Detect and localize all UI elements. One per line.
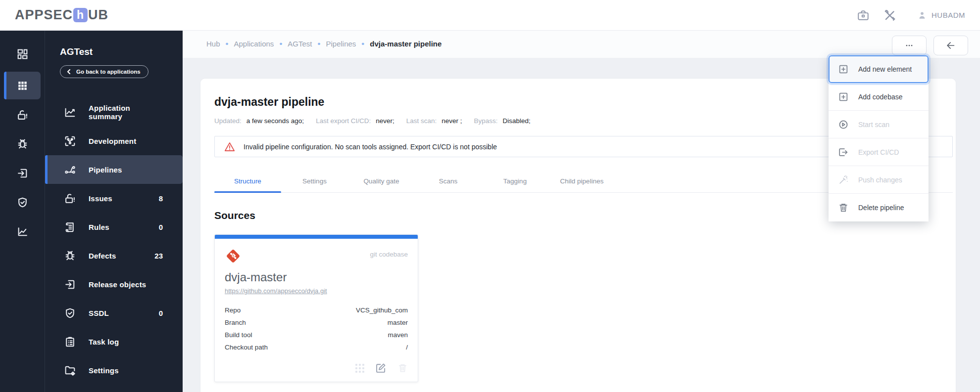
drag-handle-icon[interactable] — [355, 364, 364, 373]
codebase-type-label: git codebase — [370, 251, 408, 258]
meta-value: a few seconds ago; — [246, 117, 304, 125]
briefcase-icon[interactable] — [857, 9, 870, 22]
sidebar-item-rules[interactable]: Rules 0 — [45, 213, 183, 241]
menu-item-start-scan[interactable]: Start scan — [829, 111, 929, 138]
breadcrumb-dot-icon: • — [226, 40, 229, 48]
ellipsis-icon — [904, 40, 915, 51]
sidebar-item-label: Settings — [89, 366, 163, 375]
tab-settings[interactable]: Settings — [281, 171, 348, 192]
back-button[interactable] — [933, 36, 968, 55]
detail-label: Repo — [225, 304, 241, 316]
chart-icon — [16, 225, 29, 238]
bug-icon — [16, 138, 29, 150]
sidebar-item-label: Issues — [89, 194, 159, 203]
dashboard-icon — [16, 48, 29, 60]
breadcrumb-applications[interactable]: Applications — [234, 40, 274, 48]
rail-defects[interactable] — [4, 132, 41, 155]
menu-item-label: Export CI/CD — [858, 148, 899, 156]
go-back-to-applications-button[interactable]: Go back to applications — [60, 65, 148, 78]
page-actions — [892, 36, 968, 55]
sidebar-item-task-log[interactable]: Task log — [45, 327, 183, 356]
sidebar-item-label: SSDL — [89, 309, 159, 317]
menu-item-export-cicd[interactable]: Export CI/CD — [829, 138, 929, 166]
development-icon — [64, 135, 76, 147]
sidebar-item-settings[interactable]: Settings — [45, 356, 183, 385]
sidebar-item-count: 0 — [159, 223, 163, 231]
pipeline-actions-menu: Add new element Add codebase Start scan … — [829, 55, 929, 221]
sidebar-item-development[interactable]: Development — [45, 127, 183, 155]
menu-item-add-codebase[interactable]: Add codebase — [829, 83, 929, 111]
sidebar-item-label: Development — [89, 137, 163, 145]
menu-item-push-changes[interactable]: Push changes — [829, 166, 929, 194]
sidebar-item-defects[interactable]: Defects 23 — [45, 241, 183, 270]
app-header: APPSEChUB HUBADM — [0, 0, 980, 31]
warning-text: Invalid pipeline configuration. No scan … — [244, 143, 497, 151]
task-log-icon — [64, 336, 76, 348]
breadcrumb-agtest[interactable]: AGTest — [288, 40, 312, 48]
sidebar-item-count: 23 — [154, 252, 163, 260]
rail-release-objects[interactable] — [4, 162, 41, 184]
tab-scans[interactable]: Scans — [415, 171, 482, 192]
rail-applications[interactable] — [4, 72, 41, 99]
rail-summary[interactable] — [4, 220, 41, 243]
sidebar-item-count: 8 — [159, 194, 163, 203]
tab-quality-gate[interactable]: Quality gate — [348, 171, 415, 192]
menu-item-label: Start scan — [858, 121, 889, 129]
menu-item-delete-pipeline[interactable]: Delete pipeline — [829, 194, 929, 221]
breadcrumb-dot-icon: • — [279, 40, 282, 48]
rail-issues[interactable] — [4, 103, 41, 126]
codebase-url-link[interactable]: https://github.com/appsecco/dvja.git — [225, 287, 327, 295]
sidebar-item-label: Defects — [89, 252, 154, 260]
more-actions-button[interactable] — [892, 36, 927, 55]
edit-icon[interactable] — [375, 362, 387, 374]
rail-dashboard[interactable] — [4, 43, 41, 65]
menu-item-add-new-element[interactable]: Add new element — [829, 55, 929, 83]
meta-label: Bypass: — [474, 117, 498, 125]
export-icon — [838, 147, 849, 158]
meta-value: never ; — [441, 117, 462, 125]
git-icon — [225, 248, 242, 264]
sidebar-item-application-summary[interactable]: Application summary — [45, 98, 183, 127]
username-label: HUBADM — [931, 11, 965, 19]
detail-value: master — [388, 316, 408, 329]
sidebar-item-issues[interactable]: Issues 8 — [45, 184, 183, 213]
tab-child-pipelines[interactable]: Child pipelines — [548, 171, 615, 192]
detail-row-build-tool: Build tool maven — [225, 329, 408, 341]
sidebar-item-label: Pipelines — [89, 166, 163, 174]
rail-ssdl[interactable] — [4, 191, 41, 214]
delete-icon[interactable] — [397, 363, 408, 373]
menu-item-label: Push changes — [858, 176, 902, 184]
global-nav-rail — [0, 31, 45, 392]
sidebar-item-ssdl[interactable]: SSDL 0 — [45, 299, 183, 327]
apps-grid-icon — [16, 80, 29, 92]
breadcrumb-pipelines[interactable]: Pipelines — [326, 40, 356, 48]
application-name: AGTest — [45, 46, 183, 57]
detail-row-branch: Branch master — [225, 316, 408, 329]
shield-check-icon — [64, 307, 76, 319]
user-menu[interactable]: HUBADM — [917, 10, 965, 20]
sidebar-item-label: Task log — [89, 338, 163, 346]
chart-line-icon — [64, 106, 76, 119]
sidebar-item-label: Release objects — [89, 280, 163, 289]
meta-value: never; — [376, 117, 394, 125]
magic-wand-icon — [838, 174, 849, 185]
tools-icon[interactable] — [883, 9, 896, 22]
appsechub-logo[interactable]: APPSEChUB — [15, 7, 108, 23]
breadcrumb-dot-icon: • — [361, 40, 364, 48]
breadcrumb-hub[interactable]: Hub — [206, 40, 220, 48]
meta-label: Last export CI/CD: — [316, 117, 371, 125]
breadcrumb-dot-icon: • — [318, 40, 321, 48]
tab-structure[interactable]: Structure — [214, 171, 281, 192]
codebase-title: dvja-master — [225, 270, 408, 284]
breadcrumb-current: dvja-master pipeline — [370, 40, 441, 48]
sidebar-item-release-objects[interactable]: Release objects — [45, 270, 183, 299]
detail-label: Branch — [225, 316, 246, 329]
settings-folder-icon — [64, 364, 76, 377]
sidebar-item-label: Rules — [89, 223, 159, 231]
sidebar-item-pipelines[interactable]: Pipelines — [45, 155, 183, 184]
logo-prefix: APPSEC — [15, 7, 73, 23]
arrow-left-icon — [945, 40, 956, 51]
go-back-label: Go back to applications — [76, 69, 141, 75]
detail-row-checkout-path: Checkout path / — [225, 341, 408, 353]
tab-tagging[interactable]: Tagging — [482, 171, 548, 192]
